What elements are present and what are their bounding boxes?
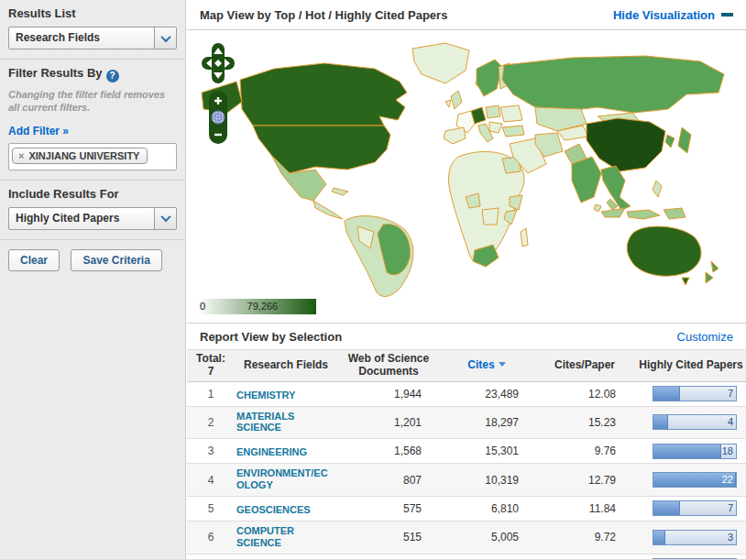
table-row: 5 GEOSCIENCES 575 6,810 11.84 7 [187,496,746,521]
hcp-bar-value: 4 [728,416,733,427]
save-criteria-button[interactable]: Save Criteria [71,249,161,271]
help-icon[interactable]: ? [106,70,119,82]
filter-note: Changing the filter field removes all cu… [8,89,177,115]
table-row: 1 CHEMISTRY 1,944 23,489 12.08 7 [187,381,746,406]
research-field-link[interactable]: COMPUTER SCIENCE [236,525,335,548]
map-south-america[interactable] [345,216,413,297]
row-cites-per-paper: 9.76 [533,439,636,464]
map-view-title: Map View by Top / Hot / Highly Cited Pap… [200,8,447,22]
research-field-link[interactable]: ENVIRONMENT/ECOLOGY [236,467,335,490]
sidebar: Results List Research Fields Filter Resu… [0,0,186,560]
report-table: Total: 7 Research Fields Web of Science … [187,350,746,560]
row-rank: 2 [187,406,235,439]
row-docs: 1,944 [337,381,440,406]
report-view-titlebar: Report View by Selection Customize [187,323,746,350]
filter-section: Filter Results By? Changing the filter f… [0,60,185,181]
row-hcp-cell: 107 [636,554,746,560]
research-field-link[interactable]: CHEMISTRY [236,390,295,401]
hcp-bar: 7 [653,386,737,401]
include-results-dropdown[interactable]: Highly Cited Papers [8,207,177,230]
row-cites: 23,489 [440,381,533,406]
table-row: 3 ENGINEERING 1,568 15,301 9.76 18 [187,439,746,464]
remove-filter-icon[interactable]: × [18,150,24,161]
row-docs: 807 [337,464,440,497]
scale-max-label: 79,266 [247,301,279,312]
filter-tag-label: XINJIANG UNIVERSITY [28,150,139,161]
col-header-docs: Web of Science Documents [337,350,440,381]
results-list-dropdown[interactable]: Research Fields [8,27,177,49]
world-map[interactable] [187,36,746,311]
row-rank: 6 [187,521,235,554]
filter-label: Filter Results By? [8,66,177,82]
hcp-bar-fill [653,531,665,544]
table-row: 2 MATERIALS SCIENCE 1,201 18,297 15.23 4 [187,406,746,439]
research-field-link[interactable]: MATERIALS SCIENCE [236,411,335,434]
row-field-cell: MATERIALS SCIENCE [235,406,337,439]
research-field-link[interactable]: GEOSCIENCES [236,504,311,516]
row-hcp-cell: 4 [636,406,746,439]
map-asia[interactable] [502,56,724,219]
customize-link[interactable]: Customize [677,330,733,344]
map-navigation-control[interactable] [202,43,235,146]
row-cites-per-paper: 12.79 [533,464,636,497]
pan-control[interactable] [202,43,235,83]
scale-min-label: 0 [200,301,205,312]
dropdown-button[interactable] [154,208,176,229]
table-row: 4 ENVIRONMENT/ECOLOGY 807 10,319 12.79 2… [187,464,746,497]
row-rank: 3 [187,439,235,464]
hcp-bar: 7 [653,500,737,516]
hcp-bar-fill [653,415,668,429]
hcp-bar-value: 7 [728,388,733,399]
filter-tag[interactable]: × XINJIANG UNIVERSITY [12,148,148,164]
collapse-icon [721,13,733,16]
row-hcp-cell: 18 [636,439,746,464]
hcp-bar-value: 3 [728,532,733,543]
results-list-label: Results List [8,6,177,20]
row-cites-per-paper: 11.84 [533,496,636,521]
row-cites: 6,810 [440,496,533,521]
row-field-cell: ENGINEERING [235,439,337,464]
report-view-title: Report View by Selection [200,330,342,344]
row-cites: 5,005 [440,521,533,554]
dropdown-button[interactable] [154,27,176,49]
hcp-bar: 22 [653,472,737,488]
hcp-bar: 18 [653,444,737,459]
hcp-bar-value: 18 [722,445,733,456]
hcp-bar-value: 22 [722,474,733,485]
filter-input[interactable]: × XINJIANG UNIVERSITY [8,143,177,170]
col-header-cites-per-paper: Cites/Paper [533,350,636,381]
chevron-down-icon [160,31,170,41]
row-rank: 1 [187,381,235,406]
row-hcp-cell: 7 [636,496,746,521]
results-list-section: Results List Research Fields [0,0,185,60]
row-field-cell: ALL FIELDS [235,554,337,560]
row-field-cell: ENVIRONMENT/ECOLOGY [235,464,337,497]
zoom-control[interactable] [209,91,227,144]
col-header-research-fields: Research Fields [235,350,337,381]
map-oceania[interactable] [627,226,719,285]
esi-app-window: Results List Research Fields Filter Resu… [0,0,746,560]
hcp-bar-value: 7 [728,502,733,513]
add-filter-link[interactable]: Add Filter » [8,125,69,137]
row-cites: 15,301 [440,439,533,464]
row-cites-per-paper: 12.08 [533,381,636,406]
row-field-cell: CHEMISTRY [235,381,337,406]
row-field-cell: COMPUTER SCIENCE [235,521,337,554]
col-header-cites-sort[interactable]: Cites [440,350,533,381]
sort-desc-icon [499,362,506,367]
world-map-panel: 0 79,266 [187,30,746,323]
map-view-titlebar: Map View by Top / Hot / Highly Cited Pap… [187,0,746,30]
table-row: 6 COMPUTER SCIENCE 515 5,005 9.72 3 [187,521,746,554]
col-header-total: Total: 7 [187,350,235,381]
clear-button[interactable]: Clear [8,249,60,271]
row-cites: 18,297 [440,406,533,439]
hcp-bar-fill [653,445,721,458]
table-row: 0 ALL FIELDS 9,559 104,942 10.98 107 [187,554,746,560]
hcp-bar: 4 [653,414,737,430]
row-cites-per-paper: 9.72 [533,521,636,554]
map-africa[interactable] [448,151,528,267]
research-field-link[interactable]: ENGINEERING [236,446,307,458]
main-panel: Map View by Top / Hot / Highly Cited Pap… [187,0,746,560]
hide-visualization-link[interactable]: Hide Visualization [613,8,733,22]
row-docs: 575 [337,496,440,521]
